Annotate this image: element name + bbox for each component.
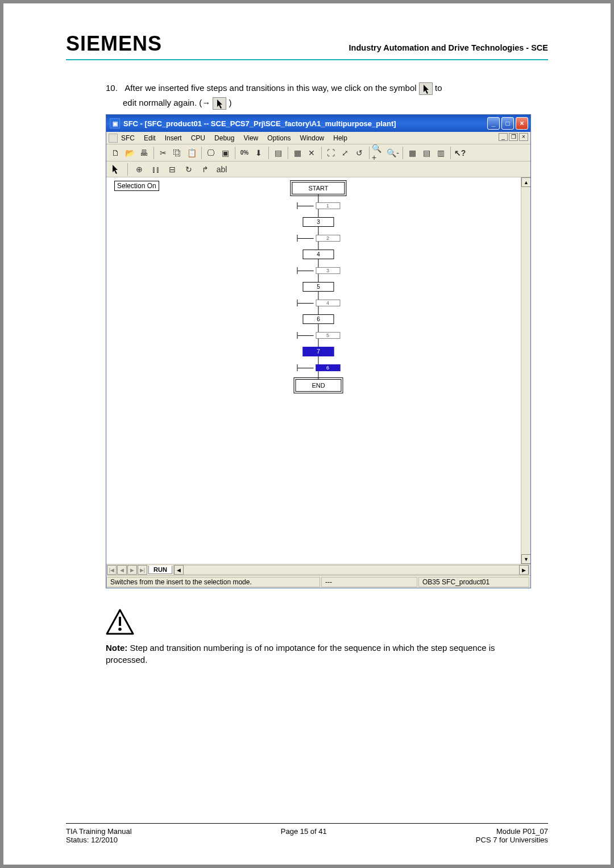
filter-icon[interactable]: ▤: [271, 146, 285, 160]
scroll-down-icon[interactable]: ▼: [521, 554, 530, 564]
menu-help[interactable]: Help: [333, 134, 347, 142]
menu-sfc[interactable]: SFC: [121, 134, 135, 142]
tab-nav-next-icon[interactable]: ▶: [127, 565, 137, 575]
connector: [318, 242, 318, 250]
properties-icon[interactable]: ▦: [291, 146, 304, 160]
page-footer: TIA Training Manual Status: 12/2010 Page…: [66, 823, 548, 844]
menu-view[interactable]: View: [243, 134, 258, 142]
window-buttons: _ □ ×: [487, 117, 528, 130]
copy-icon[interactable]: ⿻: [171, 146, 184, 160]
instruction-text-2b: ): [229, 98, 232, 107]
window-titlebar[interactable]: ▣ SFC - [SFC_product01 -- SCE_PCS7_Prj\S…: [106, 115, 530, 132]
sfc-insert-toolbar: ⊕ ⫿⫿ ⊟ ↻ ↱ abl: [106, 161, 530, 177]
footer-left: TIA Training Manual Status: 12/2010: [66, 827, 132, 844]
paste-icon[interactable]: 📋: [185, 146, 198, 160]
connector: [318, 324, 318, 332]
toolbar-separator: [154, 147, 154, 159]
selection-mode-icon[interactable]: [109, 163, 122, 176]
connector: [318, 306, 318, 314]
scroll-right-icon[interactable]: ▶: [519, 565, 529, 575]
toolbar-separator: [403, 147, 403, 159]
scroll-left-icon[interactable]: ◀: [174, 565, 184, 575]
tab-run[interactable]: RUN: [148, 566, 172, 574]
zoom-reset-icon[interactable]: ↺: [352, 146, 366, 160]
transition-label: 3: [316, 267, 340, 274]
transition-2[interactable]: 2: [297, 235, 340, 242]
insert-loop-icon[interactable]: ↻: [182, 163, 196, 176]
menu-options[interactable]: Options: [267, 134, 291, 142]
horizontal-scrollbar[interactable]: ◀ ▶: [173, 565, 529, 575]
layout2-icon[interactable]: ▤: [420, 146, 433, 160]
close-button[interactable]: ×: [516, 117, 528, 130]
download-icon[interactable]: ⬇: [252, 146, 265, 160]
menu-insert[interactable]: Insert: [165, 134, 182, 142]
menu-debug[interactable]: Debug: [214, 134, 234, 142]
sfc-chart-canvas[interactable]: Selection On START 1 3 2 4 3 5 4 6: [106, 177, 530, 564]
compile-icon[interactable]: 0%: [238, 146, 251, 160]
insert-text-icon[interactable]: abl: [215, 163, 229, 176]
svg-point-1: [118, 628, 122, 631]
toolbar-separator: [201, 147, 202, 159]
layout3-icon[interactable]: ▥: [434, 146, 447, 160]
zoom-in-icon[interactable]: 🔍+: [372, 146, 385, 160]
step-end[interactable]: END: [295, 379, 341, 392]
transition-1[interactable]: 1: [297, 202, 340, 209]
tool-icon[interactable]: ✕: [305, 146, 318, 160]
minimize-button[interactable]: _: [487, 117, 500, 130]
toolbar-separator: [321, 147, 322, 159]
tab-nav-last-icon[interactable]: ▶|: [138, 565, 147, 575]
mdi-close-button[interactable]: ×: [519, 133, 528, 141]
cut-icon[interactable]: ✂: [156, 146, 170, 160]
insert-step-icon[interactable]: ⊕: [132, 163, 146, 176]
insert-jump-icon[interactable]: ↱: [198, 163, 212, 176]
instruction-paragraph: 10. After we inserted five steps and tra…: [106, 81, 548, 110]
zoom-area-icon[interactable]: ⛶: [324, 146, 338, 160]
transition-label: 2: [316, 235, 340, 242]
mdi-app-icon: [109, 134, 118, 143]
maximize-button[interactable]: □: [501, 117, 514, 130]
footer-left-2: Status: 12/2010: [66, 836, 132, 844]
window-icon[interactable]: ▣: [218, 146, 232, 160]
transition-3[interactable]: 3: [297, 267, 340, 274]
transition-4[interactable]: 4: [297, 300, 340, 306]
status-bar: Switches from the insert to the selectio…: [106, 575, 530, 588]
sheet-tab-bar: |◀ ◀ ▶ ▶| RUN ◀ ▶: [106, 564, 530, 575]
insert-alt-icon[interactable]: ⊟: [165, 163, 179, 176]
connector: [318, 292, 318, 300]
warning-icon: [106, 609, 548, 637]
transition-5[interactable]: 5: [297, 332, 340, 339]
status-message: Switches from the insert to the selectio…: [106, 577, 320, 587]
transition-6-selected[interactable]: 6: [297, 364, 340, 371]
menu-window[interactable]: Window: [300, 134, 325, 142]
menu-edit[interactable]: Edit: [144, 134, 156, 142]
open-icon[interactable]: 📂: [123, 146, 136, 160]
mdi-restore-button[interactable]: ❐: [509, 133, 518, 141]
toolbar-separator: [127, 163, 128, 176]
monitor-icon[interactable]: 🖵: [204, 146, 218, 160]
zoom-fit-icon[interactable]: ⤢: [338, 146, 352, 160]
menu-cpu[interactable]: CPU: [191, 134, 205, 142]
menu-bar: SFC Edit Insert CPU Debug View Options W…: [106, 132, 530, 144]
step-7-selected[interactable]: 7: [302, 347, 334, 356]
step-6[interactable]: 6: [302, 314, 334, 324]
tab-nav-first-icon[interactable]: |◀: [107, 565, 117, 575]
mdi-minimize-button[interactable]: _: [499, 133, 508, 141]
tab-nav-prev-icon[interactable]: ◀: [117, 565, 127, 575]
step-3[interactable]: 3: [302, 217, 334, 227]
header-subtitle: Industry Automation and Drive Technologi…: [349, 43, 548, 52]
new-icon[interactable]: 🗋: [109, 146, 122, 160]
context-help-icon[interactable]: ↖?: [453, 146, 467, 160]
step-5[interactable]: 5: [302, 282, 334, 292]
scroll-up-icon[interactable]: ▲: [521, 177, 530, 187]
vertical-scrollbar[interactable]: ▲ ▼: [521, 177, 530, 564]
insert-parallel-icon[interactable]: ⫿⫿: [149, 163, 163, 176]
step-start[interactable]: START: [292, 182, 345, 194]
step-4[interactable]: 4: [302, 250, 334, 259]
transition-label: 6: [316, 364, 340, 371]
note-body: Step and transition numbering is of no i…: [106, 643, 495, 665]
print-icon[interactable]: 🖶: [137, 146, 151, 160]
footer-right-1: Module P01_07: [476, 827, 548, 836]
zoom-out-icon[interactable]: 🔍-: [386, 146, 400, 160]
layout1-icon[interactable]: ▦: [405, 146, 419, 160]
footer-center: Page 15 of 41: [281, 827, 327, 844]
